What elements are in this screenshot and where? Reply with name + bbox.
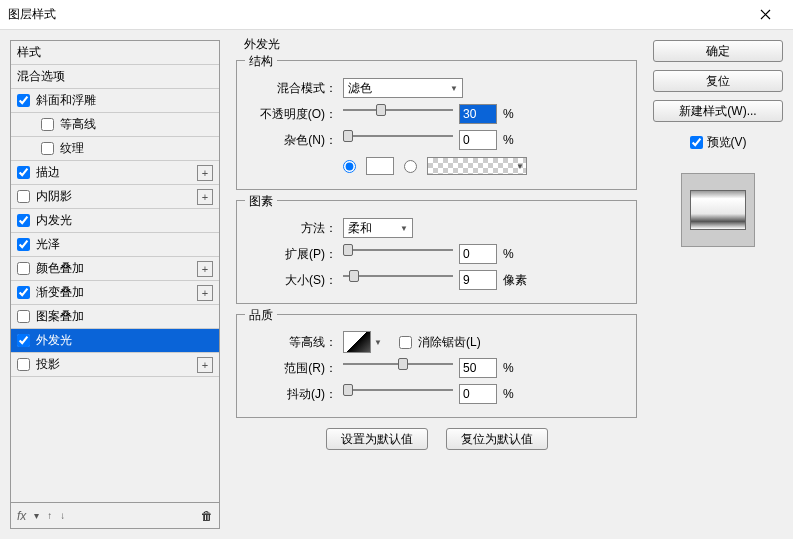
sidebar-item-3[interactable]: 描边+ <box>11 161 219 185</box>
sidebar-item-11[interactable]: 投影+ <box>11 353 219 377</box>
sidebar-item-checkbox[interactable] <box>17 190 30 203</box>
spread-slider[interactable] <box>343 245 453 263</box>
sidebar-item-0[interactable]: 斜面和浮雕 <box>11 89 219 113</box>
sidebar-item-9[interactable]: 图案叠加 <box>11 305 219 329</box>
antialias-checkbox[interactable] <box>399 336 412 349</box>
sidebar-item-checkbox[interactable] <box>17 358 30 371</box>
sidebar-item-label: 光泽 <box>36 236 213 253</box>
sidebar-item-label: 内阴影 <box>36 188 197 205</box>
styles-list: 样式 混合选项 斜面和浮雕等高线纹理描边+内阴影+内发光光泽颜色叠加+渐变叠加+… <box>11 41 219 502</box>
sidebar-item-checkbox[interactable] <box>17 262 30 275</box>
sidebar-item-label: 内发光 <box>36 212 213 229</box>
sidebar-item-checkbox[interactable] <box>17 286 30 299</box>
sidebar-item-7[interactable]: 颜色叠加+ <box>11 257 219 281</box>
sidebar-item-checkbox[interactable] <box>17 334 30 347</box>
reset-button[interactable]: 复位 <box>653 70 783 92</box>
trash-icon[interactable]: 🗑 <box>201 509 213 523</box>
sidebar-item-label: 渐变叠加 <box>36 284 197 301</box>
sidebar-item-label: 投影 <box>36 356 197 373</box>
size-input[interactable]: 9 <box>459 270 497 290</box>
elements-group: 图素 方法： 柔和 ▼ 扩展(P)： 0 % 大小(S)： <box>236 200 637 304</box>
sidebar-item-checkbox[interactable] <box>41 142 54 155</box>
sidebar-item-6[interactable]: 光泽 <box>11 233 219 257</box>
structure-group: 结构 混合模式： 滤色 ▼ 不透明度(O)： 30 % 杂色(N)： <box>236 60 637 190</box>
ok-button[interactable]: 确定 <box>653 40 783 62</box>
color-swatch[interactable] <box>366 157 394 175</box>
preview-label: 预览(V) <box>707 134 747 151</box>
panel-title: 外发光 <box>240 36 284 53</box>
sidebar-item-checkbox[interactable] <box>17 166 30 179</box>
spread-input[interactable]: 0 <box>459 244 497 264</box>
sidebar-item-1[interactable]: 等高线 <box>11 113 219 137</box>
gradient-picker[interactable]: ▼ <box>427 157 527 175</box>
spread-label: 扩展(P)： <box>247 246 337 263</box>
noise-label: 杂色(N)： <box>247 132 337 149</box>
title-bar: 图层样式 <box>0 0 793 30</box>
add-effect-button[interactable]: + <box>197 165 213 181</box>
technique-select[interactable]: 柔和 ▼ <box>343 218 413 238</box>
sidebar-item-label: 图案叠加 <box>36 308 213 325</box>
window-title: 图层样式 <box>8 6 745 23</box>
sidebar-blend-options[interactable]: 混合选项 <box>11 65 219 89</box>
range-slider[interactable] <box>343 359 453 377</box>
opacity-input[interactable]: 30 <box>459 104 497 124</box>
preview-thumbnail <box>681 173 755 247</box>
move-down-icon[interactable]: ↓ <box>60 510 65 521</box>
size-slider[interactable] <box>343 271 453 289</box>
preview-checkbox[interactable] <box>690 136 703 149</box>
move-up-icon[interactable]: ↑ <box>47 510 52 521</box>
add-effect-button[interactable]: + <box>197 189 213 205</box>
sidebar-header[interactable]: 样式 <box>11 41 219 65</box>
reset-default-button[interactable]: 复位为默认值 <box>446 428 548 450</box>
fx-menu-icon[interactable]: ▾ <box>34 510 39 521</box>
styles-sidebar: 样式 混合选项 斜面和浮雕等高线纹理描边+内阴影+内发光光泽颜色叠加+渐变叠加+… <box>10 40 220 529</box>
sidebar-item-10[interactable]: 外发光 <box>11 329 219 353</box>
close-icon <box>760 9 771 20</box>
contour-label: 等高线： <box>247 334 337 351</box>
add-effect-button[interactable]: + <box>197 357 213 373</box>
sidebar-item-label: 等高线 <box>60 116 213 133</box>
right-panel: 确定 复位 新建样式(W)... 预览(V) <box>653 40 783 529</box>
sidebar-item-checkbox[interactable] <box>17 214 30 227</box>
add-effect-button[interactable]: + <box>197 261 213 277</box>
sidebar-item-8[interactable]: 渐变叠加+ <box>11 281 219 305</box>
sidebar-item-checkbox[interactable] <box>17 310 30 323</box>
blend-mode-label: 混合模式： <box>247 80 337 97</box>
sidebar-item-2[interactable]: 纹理 <box>11 137 219 161</box>
gradient-radio[interactable] <box>404 160 417 173</box>
fx-icon[interactable]: fx <box>17 509 26 523</box>
add-effect-button[interactable]: + <box>197 285 213 301</box>
sidebar-item-label: 颜色叠加 <box>36 260 197 277</box>
antialias-label: 消除锯齿(L) <box>418 334 481 351</box>
sidebar-item-label: 斜面和浮雕 <box>36 92 213 109</box>
chevron-down-icon: ▼ <box>450 84 458 93</box>
sidebar-item-label: 纹理 <box>60 140 213 157</box>
noise-slider[interactable] <box>343 131 453 149</box>
new-style-button[interactable]: 新建样式(W)... <box>653 100 783 122</box>
sidebar-item-checkbox[interactable] <box>17 94 30 107</box>
close-button[interactable] <box>745 1 785 29</box>
quality-group: 品质 等高线： ▼ 消除锯齿(L) 范围(R)： 50 % 抖动(J)： <box>236 314 637 418</box>
sidebar-item-label: 描边 <box>36 164 197 181</box>
make-default-button[interactable]: 设置为默认值 <box>326 428 428 450</box>
chevron-down-icon: ▼ <box>400 224 408 233</box>
range-input[interactable]: 50 <box>459 358 497 378</box>
chevron-down-icon: ▼ <box>374 338 382 347</box>
blend-mode-select[interactable]: 滤色 ▼ <box>343 78 463 98</box>
sidebar-item-checkbox[interactable] <box>17 238 30 251</box>
contour-picker[interactable]: ▼ <box>343 331 371 353</box>
technique-label: 方法： <box>247 220 337 237</box>
jitter-label: 抖动(J)： <box>247 386 337 403</box>
jitter-slider[interactable] <box>343 385 453 403</box>
sidebar-item-checkbox[interactable] <box>41 118 54 131</box>
sidebar-item-label: 外发光 <box>36 332 213 349</box>
size-label: 大小(S)： <box>247 272 337 289</box>
sidebar-toolbar: fx ▾ ↑ ↓ 🗑 <box>11 502 219 528</box>
noise-input[interactable]: 0 <box>459 130 497 150</box>
color-radio[interactable] <box>343 160 356 173</box>
opacity-slider[interactable] <box>343 105 453 123</box>
jitter-input[interactable]: 0 <box>459 384 497 404</box>
sidebar-item-5[interactable]: 内发光 <box>11 209 219 233</box>
sidebar-item-4[interactable]: 内阴影+ <box>11 185 219 209</box>
settings-panel: 外发光 结构 混合模式： 滤色 ▼ 不透明度(O)： 30 % <box>230 40 643 529</box>
